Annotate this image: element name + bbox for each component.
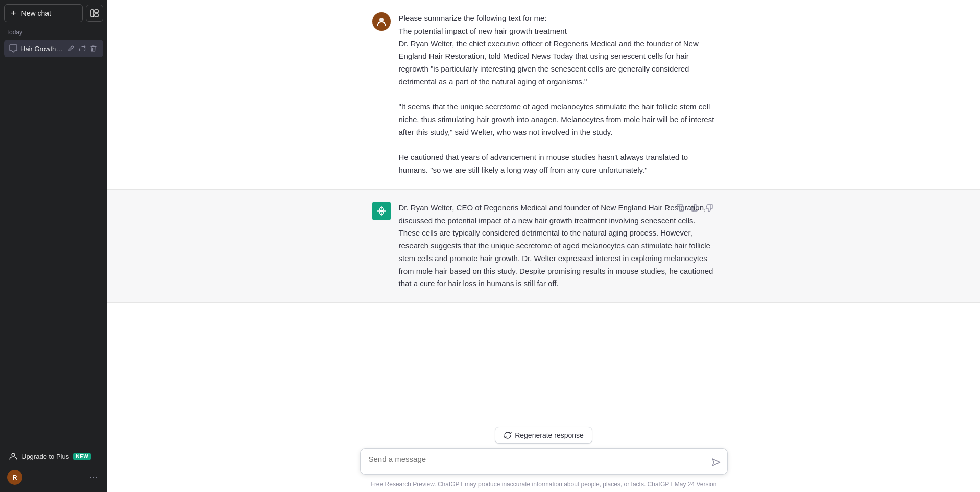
user-message-block: Please summarize the following text for … — [107, 0, 980, 189]
user-message-inner: Please summarize the following text for … — [360, 12, 728, 177]
copy-message-button[interactable] — [675, 202, 687, 214]
message-input[interactable] — [360, 448, 728, 475]
layout-icon — [90, 9, 99, 17]
thumbs-down-icon — [705, 204, 713, 212]
today-label: Today — [4, 25, 103, 38]
chatgpt-version-link[interactable]: ChatGPT May 24 Version — [648, 481, 717, 488]
svg-rect-1 — [95, 10, 98, 13]
send-icon — [711, 458, 721, 467]
chat-item-actions — [66, 44, 98, 53]
chat-icon — [9, 44, 17, 53]
user-options-button[interactable]: ⋯ — [87, 472, 100, 483]
send-button[interactable] — [709, 456, 723, 469]
regenerate-button[interactable]: Regenerate response — [495, 427, 592, 444]
new-chat-label: New chat — [21, 9, 51, 17]
new-chat-button[interactable]: + New chat — [4, 4, 83, 22]
edit-chat-button[interactable] — [66, 44, 76, 53]
share-chat-button[interactable] — [78, 44, 87, 53]
ai-avatar-icon — [372, 202, 391, 220]
chat-messages: Please summarize the following text for … — [107, 0, 980, 418]
thumbs-up-icon — [691, 204, 699, 212]
user-message-content: Please summarize the following text for … — [399, 12, 715, 177]
upgrade-to-plus-button[interactable]: Upgrade to Plus NEW — [4, 448, 103, 464]
user-message-text: Please summarize the following text for … — [399, 12, 715, 177]
chat-bottom: Regenerate response Free Research Previe… — [107, 418, 980, 492]
edit-icon — [67, 45, 75, 52]
user-icon — [9, 452, 17, 460]
user-avatar: R — [7, 470, 22, 485]
main-area: Please summarize the following text for … — [107, 0, 980, 492]
plus-icon: + — [11, 9, 16, 18]
delete-chat-button[interactable] — [89, 44, 98, 53]
user-avatar-icon — [372, 12, 391, 31]
share-icon — [79, 45, 86, 52]
copy-icon — [677, 204, 685, 212]
ai-message-inner: Dr. Ryan Welter, CEO of Regeneris Medica… — [360, 202, 728, 290]
ai-message-text: Dr. Ryan Welter, CEO of Regeneris Medica… — [399, 202, 715, 290]
sidebar-bottom: Upgrade to Plus NEW R ⋯ — [4, 448, 103, 488]
user-row[interactable]: R ⋯ — [4, 466, 103, 488]
regenerate-label: Regenerate response — [515, 431, 584, 439]
svg-point-5 — [380, 209, 383, 212]
svg-point-3 — [12, 453, 15, 456]
svg-rect-0 — [91, 10, 94, 17]
svg-rect-2 — [95, 14, 98, 17]
delete-icon — [90, 45, 97, 52]
sidebar: + New chat Today Hair Growth Treatme — [0, 0, 107, 492]
chat-item-label: Hair Growth Treatme — [20, 45, 63, 53]
chat-list-item[interactable]: Hair Growth Treatme — [4, 40, 103, 57]
input-area — [360, 448, 728, 477]
layout-button[interactable] — [86, 5, 103, 22]
ai-message-actions — [675, 202, 715, 214]
svg-rect-6 — [679, 206, 684, 211]
svg-point-4 — [379, 18, 384, 22]
thumbs-down-button[interactable] — [703, 202, 715, 214]
regenerate-icon — [504, 431, 512, 439]
ai-message-block: Dr. Ryan Welter, CEO of Regeneris Medica… — [107, 189, 980, 303]
ai-message-content: Dr. Ryan Welter, CEO of Regeneris Medica… — [399, 202, 715, 290]
disclaimer-text: Free Research Preview. ChatGPT may produ… — [371, 481, 717, 488]
upgrade-label: Upgrade to Plus — [21, 453, 69, 460]
new-badge: NEW — [73, 453, 91, 460]
thumbs-up-button[interactable] — [689, 202, 701, 214]
